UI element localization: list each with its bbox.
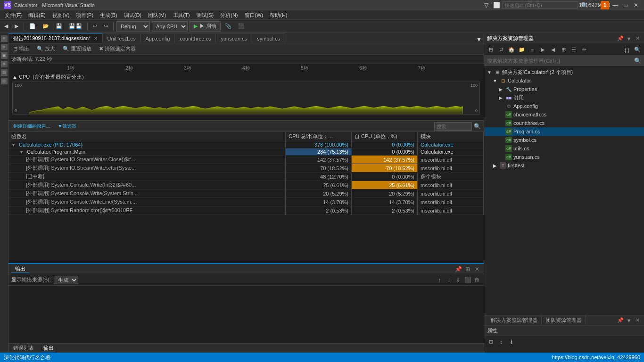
menu-test[interactable]: 测试(S) [194, 10, 217, 20]
menu-edit[interactable]: 编辑(E) [25, 10, 49, 20]
create-report-link[interactable]: 创建详细的报告... [11, 123, 52, 130]
col-header-name[interactable]: 函数名 [8, 132, 286, 141]
menu-project[interactable]: 项目(P) [73, 10, 96, 20]
back-button[interactable]: ◀ [2, 21, 10, 32]
save-button[interactable]: 💾 [53, 21, 65, 32]
tree-item-firsttest[interactable]: ▶ T firsttest [484, 161, 644, 170]
debug-config-select[interactable]: Debug Release [116, 21, 150, 32]
sidebar-icon-1[interactable]: ≡ [1, 35, 8, 42]
tree-item-choicemath[interactable]: c# choicemath.cs [484, 110, 644, 119]
menu-file[interactable]: 文件(F) [2, 10, 25, 20]
sol-search-icon[interactable]: 🔍 [634, 58, 641, 64]
output-source-select[interactable]: 生成 [54, 276, 78, 284]
output-close-btn[interactable]: ✕ [473, 265, 481, 273]
maximize-button[interactable]: □ [621, 1, 630, 9]
redo-button[interactable]: ↪ [101, 21, 110, 32]
table-row[interactable]: ▼ Calculator.exe (PID: 17064) 378 (100.0… [8, 141, 484, 148]
run-button[interactable]: ▶ ▶ 启动 [190, 21, 221, 32]
menu-debug[interactable]: 调试(D) [121, 10, 144, 20]
sol-tool-3[interactable]: 🏠 [507, 45, 516, 55]
sidebar-icon-4[interactable]: ⊕ [1, 61, 8, 67]
tree-item-references[interactable]: ▶ ■■ 引用 [484, 93, 644, 102]
sol-search-btn[interactable]: 🔍 [633, 45, 642, 55]
sol-dropdown-btn[interactable]: ▼ [625, 35, 633, 42]
output-clear-btn[interactable]: 🗑 [473, 276, 481, 284]
menu-view[interactable]: 视图(V) [50, 10, 73, 20]
platform-select[interactable]: Any CPU x86 x64 [152, 21, 188, 32]
output-content[interactable] [8, 286, 484, 343]
tree-item-yunsuan[interactable]: c# yunsuan.cs [484, 153, 644, 161]
save-all-button[interactable]: 💾💾 [66, 21, 84, 32]
sol-pin-btn[interactable]: 📌 [617, 35, 624, 42]
table-row[interactable]: [已中断] 48 (12.70%) 0 (0.00%) 多个模块 [8, 173, 484, 181]
menu-team[interactable]: 团队(M) [145, 10, 169, 20]
output-pin-btn[interactable]: 📌 [454, 265, 462, 273]
sidebar-icon-3[interactable]: ▣ [1, 52, 8, 59]
table-row[interactable]: [外部调用] System.Console.Write(System.Strin… [8, 189, 484, 198]
tree-item-properties[interactable]: ▶ 🔧 Properties [484, 85, 644, 93]
sol-tool-7[interactable]: ◀ [548, 45, 558, 55]
sol-tool-5[interactable]: ≡ [528, 45, 537, 55]
diag-search-input[interactable] [434, 122, 472, 131]
menu-window[interactable]: 窗口(W) [242, 10, 266, 20]
col-header-cpu-self[interactable]: 自 CPU (单位，%) [352, 132, 418, 141]
diag-zoom-reset-btn[interactable]: 🔍 重置缩放 [61, 44, 93, 54]
solution-tree[interactable]: ▼ ⊞ 解决方案'Calculator' (2 个项目) ▼ ⊟ Calcula… [484, 66, 644, 315]
tab-diagsession-close[interactable]: ✕ [94, 36, 98, 41]
sol-code-btn[interactable]: { } [622, 45, 632, 55]
step-button[interactable]: ⬛ [236, 21, 247, 32]
open-button[interactable]: 📂 [40, 21, 51, 32]
quick-launch-input[interactable] [503, 1, 578, 9]
tree-item-appconfig[interactable]: ⚙ App.config [484, 102, 644, 110]
minimize-button[interactable]: — [611, 1, 619, 9]
table-row[interactable]: [外部调用] System.Random.ctor()$##60010EF 2 … [8, 206, 484, 215]
diag-output-btn[interactable]: ⊟ 输出 [11, 44, 31, 54]
menu-tools[interactable]: 工具(T) [170, 10, 193, 20]
sol-close-btn[interactable]: ✕ [634, 35, 641, 42]
col-header-module[interactable]: 模块 [418, 132, 484, 141]
tree-item-program[interactable]: c# Program.cs [484, 127, 644, 136]
tab-diagsession[interactable]: 报告20190918-2137.diagsession* ✕ [8, 33, 103, 43]
search-diag-icon[interactable]: 🔍 [474, 123, 481, 130]
props-tool-info[interactable]: ℹ [507, 337, 516, 346]
table-row[interactable]: [外部调用] System.IO.StreamWriter.Close()$#.… [8, 156, 484, 164]
col-header-cpu-total[interactable]: CPU 总计[单位：... [286, 132, 352, 141]
sol-tool-4[interactable]: 📁 [517, 45, 527, 55]
output-down-btn[interactable]: ↓ [445, 276, 453, 284]
sol-tool-1[interactable]: ⊟ [486, 45, 495, 55]
tab-symbol[interactable]: symbol.cs [252, 33, 285, 43]
tree-item-symbol[interactable]: c# symbol.cs [484, 136, 644, 144]
sidebar-icon-6[interactable]: ◎ [1, 78, 8, 84]
bottom-tab-errors[interactable]: 错误列表 [11, 345, 36, 352]
forward-button[interactable]: ▶ [12, 21, 21, 32]
tab-appconfig[interactable]: App.config [140, 33, 175, 43]
tree-item-solution[interactable]: ▼ ⊞ 解决方案'Calculator' (2 个项目) [484, 68, 644, 76]
sol-tool-8[interactable]: ⊞ [559, 45, 568, 55]
sol-tool-2[interactable]: ↺ [496, 45, 506, 55]
output-tab-title[interactable]: 输出 [11, 265, 29, 273]
props-pin-btn[interactable]: 📌 [617, 317, 624, 324]
output-scroll-btn[interactable]: ⇓ [454, 276, 462, 284]
close-button[interactable]: ✕ [632, 1, 640, 9]
props-dropdown-btn[interactable]: ▼ [625, 317, 633, 324]
props-tab-solution[interactable]: 解决方案资源管理器 [487, 315, 542, 326]
solution-search-input[interactable] [487, 57, 632, 65]
output-up-btn[interactable]: ↑ [436, 276, 443, 284]
menu-help[interactable]: 帮助(H) [267, 10, 290, 20]
diag-zoom-btn[interactable]: 🔍 放大 [35, 44, 57, 54]
tab-overflow[interactable]: ▼ [474, 36, 484, 43]
tree-item-utils[interactable]: c# utils.cs [484, 144, 644, 153]
props-tool-grid[interactable]: ⊞ [486, 337, 495, 346]
new-project-button[interactable]: 📄 [27, 21, 38, 32]
table-row[interactable]: [外部调用] System.IO.StreamWriter.ctor(Syste… [8, 164, 484, 173]
sol-tool-10[interactable]: ✏ [579, 45, 589, 55]
attach-button[interactable]: 📎 [223, 21, 234, 32]
tab-countthree[interactable]: countthree.cs [175, 33, 216, 43]
sol-tool-9[interactable]: ☰ [569, 45, 578, 55]
props-tab-team[interactable]: 团队资源管理器 [542, 315, 586, 326]
props-tool-sort[interactable]: ↕ [496, 337, 506, 346]
tab-unittest[interactable]: UnitTest1.cs [103, 33, 141, 43]
tree-item-countthree[interactable]: c# countthree.cs [484, 119, 644, 127]
sidebar-icon-2[interactable]: ⊞ [1, 44, 8, 50]
menu-analyze[interactable]: 分析(N) [217, 10, 240, 20]
